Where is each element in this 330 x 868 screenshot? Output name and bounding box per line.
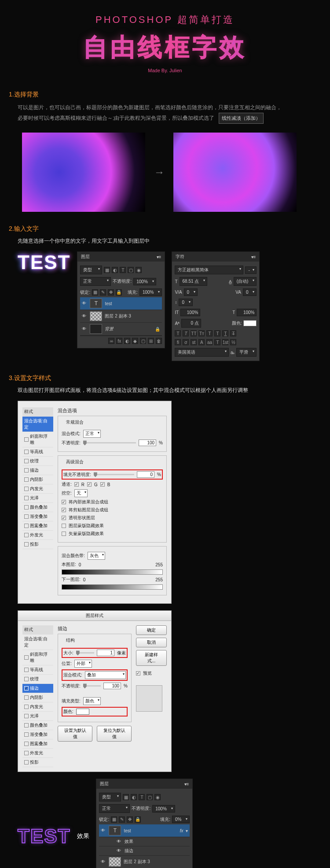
opacity-slider[interactable]: [83, 442, 136, 443]
kern-dd[interactable]: 0: [184, 288, 198, 296]
style-item[interactable]: 混合选项:自定: [22, 635, 53, 650]
font-style-dd[interactable]: -: [245, 266, 257, 274]
new-style-button[interactable]: 新建样式...: [136, 650, 167, 666]
mode-dd[interactable]: 正常: [83, 430, 101, 438]
lock-icons[interactable]: ▦✎✥🔒: [111, 816, 141, 823]
sop-val[interactable]: 100: [103, 683, 121, 689]
panel-menu-icon[interactable]: ▾≡: [157, 255, 161, 259]
sop-slider[interactable]: [83, 685, 101, 687]
layers-tab[interactable]: 图层: [100, 781, 109, 787]
reset-btn[interactable]: 复位为默认值: [97, 726, 132, 742]
layer-row-test[interactable]: 👁 T test: [80, 297, 162, 310]
opacity-dd[interactable]: 100%: [152, 805, 175, 813]
stroke-color-swatch[interactable]: [76, 709, 89, 715]
style-item[interactable]: 内发光: [22, 702, 53, 712]
layer-filter-dropdown[interactable]: 类型: [80, 266, 102, 274]
lang-dd[interactable]: 美国英语: [175, 348, 228, 357]
aa-dd[interactable]: 平滑: [236, 348, 257, 357]
style-item[interactable]: 纹理: [22, 675, 53, 684]
leading-dd[interactable]: (自动): [234, 277, 257, 286]
lock-icons[interactable]: ▦✎✥🔒: [92, 289, 122, 295]
fill-dd[interactable]: 0%: [172, 816, 190, 823]
text-color-swatch[interactable]: [243, 320, 257, 326]
ck1[interactable]: [62, 500, 66, 504]
filltype-dd[interactable]: 颜色: [83, 697, 101, 705]
layers-footer-icons[interactable]: ∞fx◐◆▢⊞🗑: [80, 336, 162, 345]
text-style-icons[interactable]: TTTTTтTTTT: [175, 329, 257, 338]
style-item[interactable]: 外发光: [22, 531, 53, 540]
style-item[interactable]: 渐变叠加: [22, 730, 53, 739]
layers-tab[interactable]: 图层: [81, 254, 90, 260]
layer-row-test[interactable]: 👁Ttestfx▾: [99, 824, 190, 837]
style-item[interactable]: 纹理: [22, 457, 53, 466]
ck4[interactable]: [62, 524, 66, 528]
layer-fx-stroke[interactable]: 👁描边: [99, 846, 190, 856]
blendif-slider-under[interactable]: [62, 584, 163, 590]
style-item[interactable]: 外发光: [22, 749, 53, 758]
knock-dd[interactable]: 无: [74, 489, 88, 497]
fill-value[interactable]: 100%: [139, 288, 162, 296]
blend-mode-dropdown[interactable]: 线性减淡（添加）: [219, 113, 264, 124]
panel-menu-icon[interactable]: ▾≡: [251, 255, 256, 259]
style-item[interactable]: 渐变叠加: [22, 512, 53, 521]
size-val[interactable]: 1: [97, 650, 114, 656]
op-val[interactable]: 100: [139, 440, 156, 446]
style-item[interactable]: 图案叠加: [22, 739, 53, 749]
style-item-blend[interactable]: 混合选项:自定: [22, 417, 53, 432]
vscale-dd[interactable]: 0: [179, 299, 193, 306]
style-item[interactable]: 斜面和浮雕: [22, 432, 53, 447]
layer-row[interactable]: 👁图层 2 副本 3: [99, 856, 190, 868]
blendif-dd[interactable]: 灰色: [88, 552, 105, 560]
style-item[interactable]: 光泽: [22, 494, 53, 503]
style-item[interactable]: 内阴影: [22, 693, 53, 702]
style-item[interactable]: 图案叠加: [22, 521, 53, 531]
cancel-button[interactable]: 取消: [136, 638, 167, 647]
size-slider[interactable]: [76, 652, 94, 654]
layer-row-copy[interactable]: 👁 图层 2 副本 3: [80, 310, 162, 323]
layer-filter-icons[interactable]: ▦◐T▢◉: [123, 794, 161, 800]
track-dd[interactable]: 0: [243, 288, 257, 296]
layer-filter-icons[interactable]: ▦◐T▢◉: [104, 267, 142, 273]
blend-mode-dd[interactable]: 正常: [80, 277, 111, 286]
fillop-slider[interactable]: [94, 474, 134, 475]
pos-dd[interactable]: 外部: [74, 660, 92, 668]
eye-icon[interactable]: 👁: [82, 326, 87, 332]
eye-icon[interactable]: 👁: [82, 301, 87, 306]
preview-ck[interactable]: [136, 671, 140, 676]
hscale-val[interactable]: 100%: [237, 309, 257, 316]
style-item[interactable]: 投影: [22, 758, 53, 767]
font-family-dd[interactable]: 方正超粗黑简体: [175, 266, 243, 274]
layer-fx-row[interactable]: 👁效果: [99, 837, 190, 846]
style-item[interactable]: 等高线: [22, 447, 53, 457]
layer-filter-dd[interactable]: 类型: [99, 793, 121, 802]
style-item[interactable]: 颜色叠加: [22, 721, 53, 730]
ch-r-ck[interactable]: [74, 482, 79, 487]
baseline-val[interactable]: 0 点: [181, 319, 201, 328]
panel-menu-icon[interactable]: ▾≡: [184, 782, 189, 787]
style-item[interactable]: 内发光: [22, 484, 53, 494]
eye-icon[interactable]: 👁: [82, 314, 87, 319]
fillop-val[interactable]: 0: [137, 471, 154, 478]
font-size-dd[interactable]: 68.51 点: [180, 277, 208, 286]
style-item[interactable]: 颜色叠加: [22, 503, 53, 512]
ck3[interactable]: [62, 516, 66, 520]
ck2[interactable]: [62, 508, 66, 512]
vscale-val[interactable]: 100%: [180, 309, 200, 316]
ok-button[interactable]: 确定: [136, 625, 167, 635]
style-item[interactable]: 描边: [22, 466, 53, 475]
style-item[interactable]: 投影: [22, 540, 53, 549]
style-item[interactable]: 内阴影: [22, 475, 53, 484]
smode-dd[interactable]: 叠加: [85, 671, 126, 679]
char-tab[interactable]: 字符: [176, 254, 184, 260]
ck5[interactable]: [62, 532, 66, 536]
opacity-value[interactable]: 100%: [133, 278, 156, 285]
style-item[interactable]: 光泽: [22, 712, 53, 721]
blendif-slider-this[interactable]: [62, 569, 163, 575]
opentype-icons[interactable]: fiσstAaaT1st½: [175, 338, 257, 347]
blend-mode-dd[interactable]: 正常: [99, 804, 130, 813]
ch-g-ck[interactable]: [87, 482, 92, 487]
style-item[interactable]: 斜面和浮雕: [22, 650, 53, 665]
ch-b-ck[interactable]: [100, 482, 105, 487]
style-item[interactable]: 等高线: [22, 665, 53, 675]
layer-row-bg[interactable]: 👁 背景 🔒: [80, 323, 162, 336]
